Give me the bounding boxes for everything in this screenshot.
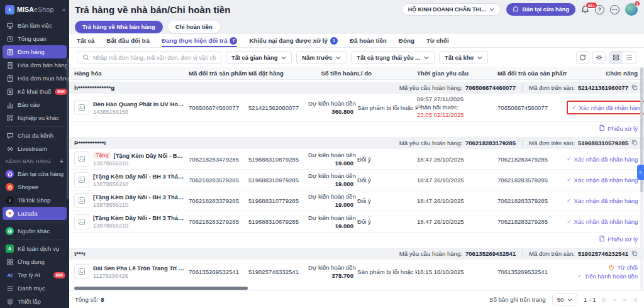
confirm-received-link[interactable]: ✓Xác nhận đã nhận hàng bbox=[567, 156, 638, 163]
confirm-received-link[interactable]: ✓Xác nhận đã nhận hàng bbox=[567, 218, 638, 225]
product-return-code-cell: 706135269532541 bbox=[497, 268, 567, 275]
product-return-code-cell: 706218283579285 bbox=[497, 177, 567, 184]
return-code-cell: 706218283579285 bbox=[189, 177, 248, 184]
refresh-button[interactable] bbox=[576, 51, 589, 64]
table-row[interactable]: Tặng[Tặng Kèm Dây Nối - BH ... 138786562… bbox=[69, 149, 644, 170]
logo-row: MISAeShop « bbox=[0, 0, 69, 19]
chevron-down-icon bbox=[567, 296, 572, 303]
tab-return-started[interactable]: Bắt đầu đổi trả bbox=[106, 34, 150, 47]
sidebar-item-other-operations[interactable]: Nghiệp vụ khác bbox=[0, 111, 69, 124]
column-settings-button[interactable] bbox=[592, 51, 606, 64]
filter-actions bbox=[576, 51, 636, 64]
prev-page-button[interactable]: < bbox=[613, 296, 616, 303]
confirm-received-link[interactable]: ✓Xác nhận đã nhận hàng bbox=[567, 197, 638, 204]
add-channel-button[interactable]: + bbox=[60, 158, 64, 165]
response-deadline: 23:05 02/12/2025 bbox=[417, 111, 494, 119]
table-row[interactable]: [Tặng Kèm Dây Nối - BH 3 Tháng] M... 138… bbox=[69, 170, 644, 190]
actions-cell: Từ chối ✓Tiến hành hoàn tiền bbox=[567, 264, 638, 280]
sidebar-item-omnichannel-chat[interactable]: Chat đa kênh bbox=[0, 129, 69, 142]
list-view-button[interactable] bbox=[623, 52, 636, 63]
process-slip-link[interactable]: Phiếu xử lý bbox=[599, 124, 638, 133]
search-input[interactable] bbox=[93, 55, 216, 61]
tab-rejected[interactable]: Từ chối bbox=[426, 34, 449, 47]
sidebar-item-livestream[interactable]: Livestream bbox=[0, 142, 69, 155]
warehouse-filter-dropdown[interactable]: Tất cả kho bbox=[439, 51, 488, 64]
other-source-icon bbox=[6, 227, 14, 235]
business-selector[interactable]: HỘ KINH DOANH CHÂN THI... bbox=[402, 3, 501, 16]
return-code-cell: 706135269532541 bbox=[189, 268, 248, 275]
product-sku: 13878656210 bbox=[93, 223, 185, 229]
search-icon bbox=[82, 52, 89, 63]
table-row[interactable]: [Tặng Kèm Dây Nối - BH 3 Tháng] M... 138… bbox=[69, 190, 644, 211]
tab-return-to-seller[interactable]: Trả hàng về Nhà bán hàng bbox=[75, 21, 163, 33]
confirm-received-link[interactable]: ✓Xác nhận đã nhận hàng bbox=[567, 177, 638, 184]
table-row[interactable]: Đài Sen Pha Lê Tròn Trang Trí Tượn... 11… bbox=[69, 260, 644, 283]
product-name: [Tặng Kèm Dây Nối - BH 3 Tháng] M... bbox=[93, 214, 185, 221]
next-page-button[interactable]: > bbox=[623, 296, 626, 303]
sidebar-item-channel-shopee[interactable]: Shopee bbox=[0, 180, 69, 194]
product-sku: 13878656210 bbox=[93, 181, 185, 187]
last-page-button[interactable]: >| bbox=[633, 296, 636, 303]
status-filter-dropdown[interactable]: Tất cả trạng thái yêu ... bbox=[351, 51, 435, 64]
sidebar-item-channel-tiktok[interactable]: ♪ TikTok Shop bbox=[0, 194, 69, 207]
group-codes: Mã yêu cầu hoàn hàng: 706135269432541 Mã… bbox=[399, 250, 638, 258]
sidebar-item-apps[interactable]: Ứng dụng bbox=[0, 255, 69, 268]
page-size-select[interactable]: 50 bbox=[552, 294, 578, 305]
tab-closed[interactable]: Đóng bbox=[399, 34, 414, 47]
buyer-name: h**************g bbox=[74, 84, 114, 91]
copy-icon[interactable] bbox=[631, 250, 638, 258]
tab-all[interactable]: Tất cả bbox=[77, 34, 94, 47]
sidebar-item-settings[interactable]: Thiết lập bbox=[0, 295, 69, 308]
app: MISAeShop « Bàn làm việc Tổng quan Đơn h… bbox=[0, 0, 644, 308]
first-page-button[interactable]: |< bbox=[602, 296, 606, 303]
tab-complaint-processing[interactable]: Khiếu nại đang được xử lý1 bbox=[249, 34, 338, 47]
avatar-badge: 1 bbox=[634, 1, 640, 7]
check-icon: ✓ bbox=[577, 273, 582, 279]
sidebar-item-accounting-service[interactable]: A Kế toán dịch vụ bbox=[0, 242, 69, 255]
notifications-bell-icon[interactable]: 99+ bbox=[581, 5, 589, 14]
copy-icon[interactable] bbox=[631, 140, 638, 147]
sidebar-item-channel-instore[interactable]: Bán tại cửa hàng bbox=[0, 167, 69, 180]
grouped-view-button[interactable] bbox=[609, 52, 623, 63]
sidebar-item-purchase-invoice[interactable]: Hóa đơn mua hàng bbox=[0, 72, 69, 85]
reject-link[interactable]: Từ chối bbox=[608, 264, 638, 271]
store-filter-dropdown[interactable]: Tất cả gian hàng bbox=[226, 51, 292, 64]
process-slip-link[interactable]: Phiếu xử lý bbox=[599, 235, 638, 243]
user-avatar[interactable]: 1 bbox=[625, 3, 638, 16]
sidebar-item-orders[interactable]: Đơn hàng bbox=[3, 45, 67, 58]
confirm-received-link[interactable]: ✓Xác nhận đã nhận hàng bbox=[572, 104, 643, 111]
refund-amount-cell: Dự kiến hoàn tiền 19.000 bbox=[308, 193, 357, 208]
sidebar-item-workspace[interactable]: Bàn làm việc bbox=[0, 19, 69, 32]
tab-refund-only[interactable]: Chi hoàn tiền bbox=[168, 21, 220, 33]
sidebar-item-overview[interactable]: Tổng quan bbox=[0, 32, 69, 45]
sidebar-collapse-button[interactable]: « bbox=[62, 6, 65, 13]
sidebar-item-ai-assistant[interactable]: Ai Trợ lý AI Mới bbox=[0, 268, 69, 282]
check-icon: ✓ bbox=[567, 156, 572, 162]
sidebar-item-catalog[interactable]: Danh mục bbox=[0, 282, 69, 295]
copy-icon[interactable] bbox=[631, 84, 638, 92]
product-return-code-cell: 706218283379285 bbox=[497, 197, 567, 204]
sidebar-item-channel-other[interactable]: Nguồn khác bbox=[0, 224, 69, 238]
sidebar-item-sales-invoice[interactable]: Hóa đơn bán hàng bbox=[0, 58, 69, 72]
tab-return-in-progress[interactable]: Đang thực hiện đổi trả7 bbox=[162, 34, 238, 47]
more-options-icon[interactable]: ⋯ bbox=[610, 5, 619, 14]
product-thumbnail bbox=[74, 172, 89, 187]
horizontal-scrollbar[interactable] bbox=[74, 287, 248, 290]
product-name: [Tặng Kèm Dây Nối - BH ... bbox=[114, 152, 185, 159]
instore-channel-icon bbox=[6, 170, 14, 178]
topbar: Trả hàng về nhà bán/Chi hoàn tiền HỘ KIN… bbox=[69, 0, 644, 19]
sidebar-item-tax[interactable]: Kê khai thuế Mới bbox=[0, 85, 69, 98]
tab-refunded[interactable]: Đã hoàn tiền bbox=[350, 34, 387, 47]
panel-toggle-button[interactable]: « bbox=[637, 165, 644, 180]
sidebar-item-channel-lazada[interactable]: ♥ Lazada bbox=[3, 207, 67, 220]
sidebar: MISAeShop « Bàn làm việc Tổng quan Đơn h… bbox=[0, 0, 69, 308]
proceed-refund-link[interactable]: ✓Tiến hành hoàn tiền bbox=[577, 273, 638, 280]
time-filter-dropdown[interactable]: Năm trước bbox=[296, 51, 347, 64]
table-row[interactable]: Đèn Hào Quang Phật In UV Hoa Sen... 1438… bbox=[69, 94, 644, 121]
table-row[interactable]: [Tặng Kèm Dây Nối - BH 3 Tháng] M... 138… bbox=[69, 211, 644, 232]
sell-at-store-button[interactable]: Bán tại cửa hàng bbox=[506, 3, 575, 16]
request-time-cell: 16:15 16/10/2025 bbox=[417, 268, 497, 275]
sidebar-scrollbar[interactable] bbox=[67, 58, 69, 199]
chevron-down-icon bbox=[489, 6, 494, 13]
sidebar-item-reports[interactable]: Báo cáo bbox=[0, 98, 69, 111]
